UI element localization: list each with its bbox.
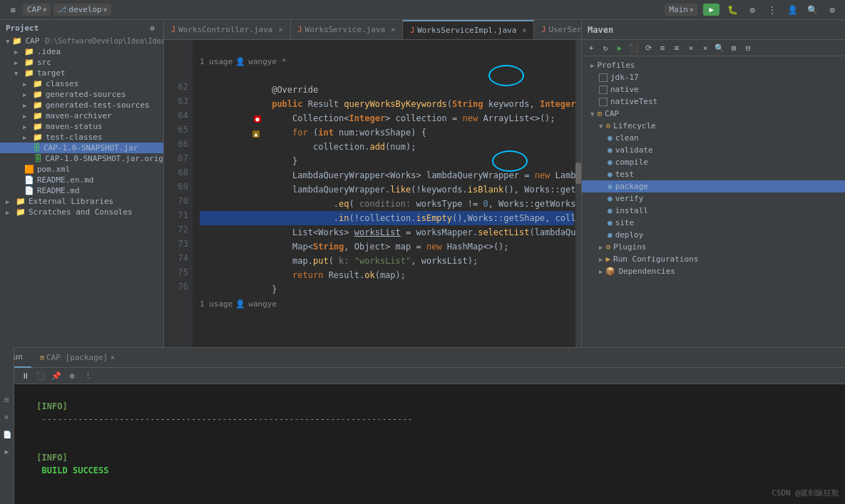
sidebar-gear[interactable]: ⚙ [148, 23, 158, 33]
search-button[interactable]: 🔍 [805, 3, 819, 17]
maven-list2-btn[interactable]: ≡ [670, 41, 683, 54]
sidebar-item-readme[interactable]: 📄 README.md [0, 185, 163, 196]
tab-works-service-impl[interactable]: J WorksServiceImpl.java × [403, 20, 534, 40]
bottom-side-btn-3[interactable]: 📄 [1, 428, 14, 441]
close-icon[interactable]: × [111, 354, 115, 361]
author-label-2: wangye [248, 299, 277, 309]
bottom-stop-btn[interactable]: ⬛ [34, 369, 47, 382]
tab-works-service[interactable]: J WorksService.java × [291, 20, 404, 40]
sidebar-item-maven-archiver[interactable]: ▶ 📁 maven-archiver [0, 110, 163, 121]
top-bar-right: Main ▼ ▶ 🐛 ⚙ ⋮ 👤 🔍 ⚙ [665, 3, 839, 17]
maven-add-btn[interactable]: + [585, 41, 598, 54]
close-icon[interactable]: × [522, 26, 526, 34]
user-icon[interactable]: 👤 [785, 3, 799, 17]
goal-icon: ● [608, 206, 613, 215]
xml-file-icon: 🟧 [24, 165, 34, 174]
maven-dependencies-header[interactable]: ▶ 📦 Dependencies [582, 265, 845, 277]
sidebar-item-maven-status[interactable]: ▶ 📁 maven-status [0, 121, 163, 132]
sidebar-item-target[interactable]: ▼ 📁 target [0, 68, 163, 78]
tab-label: UserServiceImpl.java [548, 25, 581, 34]
more-button[interactable]: ⋮ [765, 3, 779, 17]
branch-dropdown[interactable]: ⎇ develop ▼ [53, 4, 111, 16]
settings2-button[interactable]: ⚙ [825, 3, 839, 17]
tab-label: WorksServiceImpl.java [417, 26, 516, 35]
maven-profiles-header[interactable]: ▶ Profiles [582, 59, 845, 71]
maven-close2-btn[interactable]: × [699, 41, 712, 54]
code-area[interactable]: 1 usage 👤 wangye * @Override public Resu… [193, 40, 581, 347]
sidebar-item-generated-test-sources[interactable]: ▶ 📁 generated-test-sources [0, 100, 163, 110]
maven-run-configs-header[interactable]: ▶ ▶ Run Configurations [582, 253, 845, 265]
run-config-dropdown[interactable]: Main ▼ [665, 4, 697, 16]
maven-site[interactable]: ● site [582, 217, 845, 229]
maven-cap-header[interactable]: ▼ m CAP [582, 108, 845, 120]
menu-icon[interactable]: ≡ [6, 3, 20, 17]
profile-checkbox[interactable] [599, 73, 608, 82]
maven-run-btn[interactable]: ▶ [613, 41, 626, 54]
run-button[interactable]: ▶ [703, 4, 719, 16]
maven-package[interactable]: ● package [582, 180, 845, 192]
profile-checkbox[interactable] [599, 86, 608, 94]
scrollbar-thumb[interactable] [575, 163, 581, 184]
sidebar-item-snapshot-jar-orig[interactable]: 🗄 CAP-1.0-SNAPSHOT.jar.orig [0, 153, 163, 164]
project-dropdown[interactable]: CAP ▼ [23, 4, 51, 16]
maven-search-btn[interactable]: 🔍 [713, 41, 726, 54]
maven-install[interactable]: ● install [582, 205, 845, 217]
maven-list-btn[interactable]: ≡ [656, 41, 669, 54]
settings-button[interactable]: ⚙ [745, 3, 759, 17]
sidebar-item-scratches[interactable]: ▶ 📁 Scratches and Consoles [0, 207, 163, 217]
maven-profile-nativetest[interactable]: nativeTest [582, 96, 845, 108]
goal-icon: ● [608, 158, 613, 167]
sidebar-item-test-classes[interactable]: ▶ 📁 test-classes [0, 132, 163, 143]
close-icon[interactable]: × [278, 26, 282, 34]
tab-works-controller[interactable]: J WorksController.java × [164, 20, 291, 40]
goal-icon: ● [608, 194, 613, 203]
maven-profile-jdk17[interactable]: jdk-17 [582, 71, 845, 83]
maven-profile-native[interactable]: native [582, 83, 845, 96]
bottom-settings-btn[interactable]: ⚙ [66, 369, 78, 382]
maven-lifecycle-header[interactable]: ▼ ⚙ Lifecycle [582, 120, 845, 132]
maven-plugins-header[interactable]: ▶ ⚙ Plugins [582, 241, 845, 253]
maven-validate[interactable]: ● validate [582, 144, 845, 156]
folder-icon: 📁 [33, 101, 43, 110]
debug-button[interactable]: 🐛 [725, 3, 739, 17]
maven-reload-btn[interactable]: ⟳ [642, 41, 655, 54]
maven-collapse-btn[interactable]: ⊟ [742, 41, 754, 54]
sidebar-item-pom[interactable]: 🟧 pom.xml [0, 164, 163, 175]
scrollbar-track[interactable] [575, 40, 581, 347]
bottom-more-btn[interactable]: ⋮ [81, 369, 94, 382]
maven-refresh-btn[interactable]: ↻ [599, 41, 612, 54]
close-icon[interactable]: × [391, 26, 395, 34]
maven-clean[interactable]: ● clean [582, 132, 845, 144]
maven-close-btn[interactable]: × [685, 41, 697, 54]
folder-icon: 📁 [33, 111, 43, 120]
bottom-side-btn-2[interactable]: ≡ [1, 411, 14, 423]
console-output[interactable]: [INFO] ---------------------------------… [0, 384, 845, 504]
maven-test[interactable]: ● test [582, 168, 845, 180]
watermark: CSDN @拔剑纵狂歌 [772, 488, 839, 498]
sidebar-item-classes[interactable]: ▶ 📁 classes [0, 78, 163, 89]
java-file-icon: J [541, 26, 546, 34]
chevron-right-icon: ▶ [23, 91, 30, 98]
maven-expand-btn[interactable]: ⊞ [727, 41, 740, 54]
bottom-pause-btn[interactable]: ⏸ [19, 369, 31, 382]
bottom-side-btn-4[interactable]: ▶ [1, 445, 14, 458]
info-tag: [INFO] [36, 453, 67, 463]
profile-checkbox[interactable] [599, 98, 608, 106]
maven-stop-btn[interactable]: ⬛ [628, 41, 640, 54]
sidebar-title: Project [6, 24, 39, 33]
maven-deploy[interactable]: ● deploy [582, 229, 845, 241]
bottom-side-btn-1[interactable]: ⊞ [1, 394, 14, 406]
sidebar-item-cap[interactable]: ▼ 📁 CAP D:\SoftwareDevelop\Idea\Idea [0, 36, 163, 46]
sidebar-item-idea[interactable]: ▶ 📁 .idea [0, 46, 163, 57]
maven-compile[interactable]: ● compile [582, 156, 845, 168]
sidebar-item-readme-en[interactable]: 📄 README.en.md [0, 175, 163, 185]
bottom-tab-package[interactable]: m CAP [package] × [31, 348, 123, 368]
sidebar-item-generated-sources[interactable]: ▶ 📁 generated-sources [0, 89, 163, 100]
bottom-pin-btn[interactable]: 📌 [50, 369, 63, 382]
sidebar-item-src[interactable]: ▶ 📁 src [0, 57, 163, 68]
tab-label: WorksService.java [305, 25, 386, 34]
sidebar-item-snapshot-jar[interactable]: 🗄 CAP-1.0-SNAPSHOT.jar [0, 143, 163, 153]
maven-verify[interactable]: ● verify [582, 192, 845, 205]
tab-user-service-impl[interactable]: J UserServiceImpl.java × [534, 20, 581, 40]
sidebar-item-external-libraries[interactable]: ▶ 📁 External Libraries [0, 196, 163, 207]
